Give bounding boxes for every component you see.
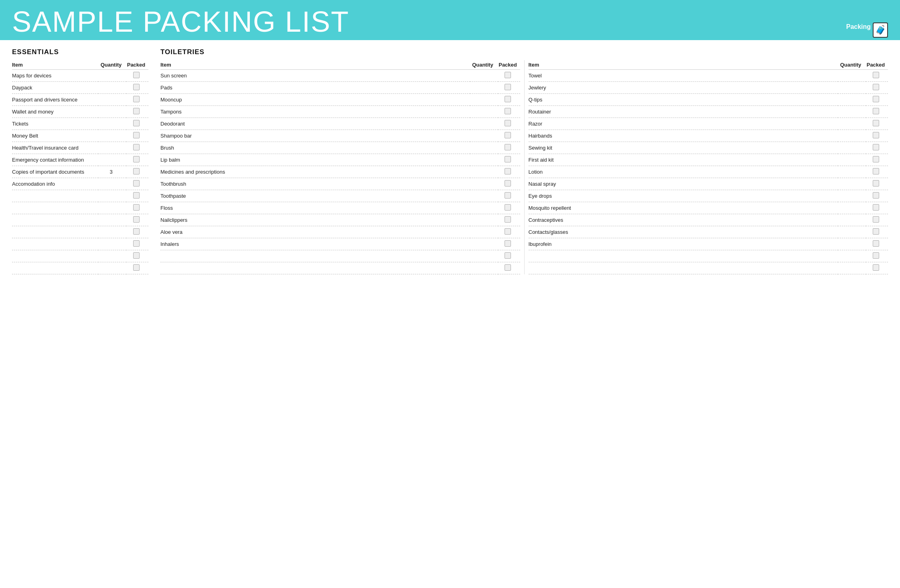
checkbox[interactable] — [873, 96, 879, 102]
essentials-item-packed[interactable] — [126, 250, 148, 262]
checkbox[interactable] — [505, 132, 511, 138]
checkbox[interactable] — [505, 192, 511, 199]
checkbox[interactable] — [133, 228, 140, 235]
essentials-item-packed[interactable] — [126, 166, 148, 178]
toiletries-col2-item-packed[interactable] — [866, 214, 888, 226]
checkbox[interactable] — [873, 156, 879, 162]
toiletries-col2-item-packed[interactable] — [866, 262, 888, 274]
checkbox[interactable] — [133, 168, 140, 174]
toiletries-col1-item-packed[interactable] — [498, 250, 520, 262]
toiletries-col1-item-packed[interactable] — [498, 202, 520, 214]
toiletries-col1-item-packed[interactable] — [498, 190, 520, 202]
essentials-item-packed[interactable] — [126, 94, 148, 106]
checkbox[interactable] — [505, 156, 511, 162]
toiletries-col2-item-packed[interactable] — [866, 142, 888, 154]
essentials-item-packed[interactable] — [126, 178, 148, 190]
checkbox[interactable] — [133, 144, 140, 150]
essentials-item-packed[interactable] — [126, 106, 148, 118]
toiletries-col1-item-packed[interactable] — [498, 238, 520, 250]
checkbox[interactable] — [133, 180, 140, 187]
checkbox[interactable] — [873, 204, 879, 211]
toiletries-col1-item-packed[interactable] — [498, 214, 520, 226]
essentials-item-packed[interactable] — [126, 130, 148, 142]
checkbox[interactable] — [133, 156, 140, 162]
checkbox[interactable] — [133, 84, 140, 90]
toiletries-col1-item-packed[interactable] — [498, 142, 520, 154]
toiletries-col1-item-packed[interactable] — [498, 178, 520, 190]
toiletries-col2-item-packed[interactable] — [866, 178, 888, 190]
checkbox[interactable] — [505, 168, 511, 174]
toiletries-col2-item-packed[interactable] — [866, 226, 888, 238]
checkbox[interactable] — [873, 72, 879, 78]
checkbox[interactable] — [873, 180, 879, 187]
checkbox[interactable] — [873, 252, 879, 259]
toiletries-col2-item-packed[interactable] — [866, 106, 888, 118]
checkbox[interactable] — [873, 216, 879, 223]
essentials-item-packed[interactable] — [126, 190, 148, 202]
toiletries-col2-item-packed[interactable] — [866, 118, 888, 130]
checkbox[interactable] — [133, 204, 140, 211]
essentials-item-packed[interactable] — [126, 142, 148, 154]
toiletries-col1-item-packed[interactable] — [498, 262, 520, 274]
checkbox[interactable] — [873, 108, 879, 114]
toiletries-col1-item-packed[interactable] — [498, 154, 520, 166]
checkbox[interactable] — [505, 96, 511, 102]
checkbox[interactable] — [133, 240, 140, 247]
checkbox[interactable] — [133, 96, 140, 102]
checkbox[interactable] — [133, 108, 140, 114]
checkbox[interactable] — [505, 216, 511, 223]
checkbox[interactable] — [505, 120, 511, 126]
essentials-item-packed[interactable] — [126, 262, 148, 274]
checkbox[interactable] — [133, 120, 140, 126]
checkbox[interactable] — [505, 252, 511, 259]
toiletries-col2-item-packed[interactable] — [866, 190, 888, 202]
checkbox[interactable] — [873, 132, 879, 138]
essentials-item-packed[interactable] — [126, 154, 148, 166]
toiletries-col2-item-packed[interactable] — [866, 238, 888, 250]
checkbox[interactable] — [133, 192, 140, 199]
essentials-item-packed[interactable] — [126, 202, 148, 214]
checkbox[interactable] — [873, 240, 879, 247]
toiletries-col1-item-packed[interactable] — [498, 118, 520, 130]
essentials-item-packed[interactable] — [126, 118, 148, 130]
toiletries-col1-item-packed[interactable] — [498, 106, 520, 118]
checkbox[interactable] — [505, 204, 511, 211]
toiletries-col2-item-packed[interactable] — [866, 250, 888, 262]
toiletries-col1-item-packed[interactable] — [498, 166, 520, 178]
toiletries-col1-item-packed[interactable] — [498, 130, 520, 142]
toiletries-col2-item-packed[interactable] — [866, 202, 888, 214]
checkbox[interactable] — [873, 144, 879, 150]
checkbox[interactable] — [505, 144, 511, 150]
toiletries-col1-item-packed[interactable] — [498, 226, 520, 238]
essentials-item-packed[interactable] — [126, 226, 148, 238]
checkbox[interactable] — [505, 264, 511, 271]
checkbox[interactable] — [133, 252, 140, 259]
toiletries-col2-item-packed[interactable] — [866, 70, 888, 82]
checkbox[interactable] — [873, 168, 879, 174]
checkbox[interactable] — [505, 228, 511, 235]
checkbox[interactable] — [873, 84, 879, 90]
toiletries-col1-item-packed[interactable] — [498, 70, 520, 82]
checkbox[interactable] — [133, 216, 140, 223]
toiletries-col1-item-packed[interactable] — [498, 94, 520, 106]
checkbox[interactable] — [873, 264, 879, 271]
toiletries-col2-item-packed[interactable] — [866, 130, 888, 142]
checkbox[interactable] — [505, 72, 511, 78]
essentials-item-packed[interactable] — [126, 82, 148, 94]
checkbox[interactable] — [505, 240, 511, 247]
essentials-item-packed[interactable] — [126, 238, 148, 250]
toiletries-col2-item-packed[interactable] — [866, 94, 888, 106]
toiletries-col1-item-packed[interactable] — [498, 82, 520, 94]
toiletries-col2-item-packed[interactable] — [866, 82, 888, 94]
checkbox[interactable] — [133, 132, 140, 138]
checkbox[interactable] — [873, 192, 879, 199]
checkbox[interactable] — [505, 108, 511, 114]
checkbox[interactable] — [873, 120, 879, 126]
essentials-item-packed[interactable] — [126, 214, 148, 226]
toiletries-col2-item-packed[interactable] — [866, 166, 888, 178]
toiletries-col2-item-packed[interactable] — [866, 154, 888, 166]
checkbox[interactable] — [505, 84, 511, 90]
essentials-item-packed[interactable] — [126, 70, 148, 82]
checkbox[interactable] — [505, 180, 511, 187]
checkbox[interactable] — [873, 228, 879, 235]
